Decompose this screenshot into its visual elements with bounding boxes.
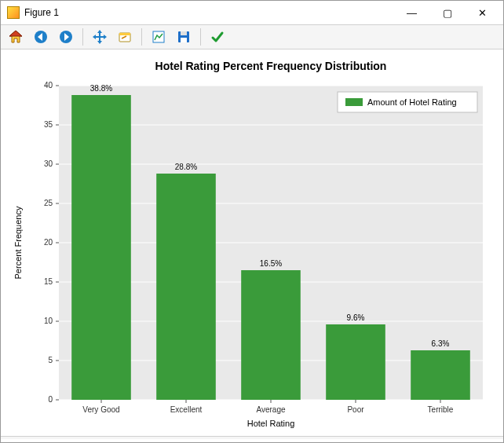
bar-value-label: 6.3%	[432, 339, 450, 348]
toolbar-divider	[141, 28, 142, 46]
zoom-button[interactable]	[115, 27, 135, 47]
arrow-left-icon	[33, 29, 49, 45]
chart-title: Hotel Rating Percent Frequency Distribut…	[155, 60, 387, 72]
svg-rect-16	[181, 31, 187, 35]
subplots-button[interactable]	[148, 27, 169, 47]
y-tick-label: 15	[44, 277, 53, 286]
svg-marker-1	[9, 31, 22, 36]
window-buttons: — ▢ ✕	[394, 2, 500, 24]
bar-value-label: 16.5%	[260, 259, 282, 268]
close-icon: ✕	[478, 7, 487, 19]
minimize-button[interactable]: —	[394, 2, 429, 24]
bar-value-label: 38.8%	[90, 84, 112, 93]
bar	[411, 350, 470, 400]
figure-canvas[interactable]: 051015202530354038.8%Very Good28.8%Excel…	[1, 49, 503, 439]
y-tick-label: 5	[48, 356, 53, 364]
x-tick-label: Very Good	[82, 405, 119, 414]
zoom-icon	[117, 29, 133, 45]
back-button[interactable]	[31, 27, 51, 47]
save-button[interactable]	[173, 27, 194, 47]
app-icon	[7, 6, 20, 19]
forward-button[interactable]	[56, 27, 76, 47]
legend-label: Amount of Hotel Rating	[367, 97, 457, 107]
maximize-button[interactable]: ▢	[429, 2, 465, 24]
chart: 051015202530354038.8%Very Good28.8%Excel…	[1, 49, 503, 436]
y-axis-label: Percent Frequency	[13, 206, 23, 279]
x-tick-label: Excellent	[170, 405, 203, 414]
toolbar-divider	[200, 28, 201, 46]
close-button[interactable]: ✕	[465, 2, 500, 24]
toolbar	[1, 24, 503, 49]
y-tick-label: 20	[44, 238, 53, 247]
window-title: Figure 1	[24, 7, 394, 18]
y-tick-label: 10	[44, 317, 53, 325]
bar-value-label: 28.8%	[175, 163, 197, 171]
bar-value-label: 9.6%	[347, 313, 365, 322]
x-axis-label: Hotel Rating	[247, 419, 295, 428]
minimize-icon: —	[407, 7, 417, 19]
check-icon	[210, 29, 225, 45]
svg-rect-17	[181, 38, 187, 42]
y-tick-label: 0	[48, 395, 53, 404]
subplots-icon	[151, 29, 166, 45]
y-tick-label: 35	[44, 120, 53, 129]
home-icon	[8, 29, 24, 45]
legend-swatch	[345, 98, 363, 106]
y-tick-label: 25	[44, 199, 53, 207]
svg-rect-11	[95, 36, 104, 38]
arrow-right-icon	[58, 29, 74, 45]
x-tick-label: Average	[256, 405, 286, 414]
edit-button[interactable]	[207, 27, 228, 47]
bar	[241, 270, 301, 400]
bar	[326, 324, 385, 400]
move-icon	[92, 29, 108, 45]
bar	[156, 174, 216, 400]
bar	[71, 95, 131, 400]
titlebar: Figure 1 — ▢ ✕	[1, 1, 503, 24]
y-tick-label: 40	[44, 81, 53, 90]
pan-button[interactable]	[89, 27, 110, 47]
save-icon	[176, 29, 192, 45]
y-tick-label: 30	[44, 159, 53, 168]
status-bar	[1, 436, 503, 439]
toolbar-divider	[82, 28, 83, 46]
maximize-icon: ▢	[443, 7, 452, 19]
x-tick-label: Poor	[347, 405, 364, 414]
x-tick-label: Terrible	[428, 405, 454, 414]
svg-rect-13	[119, 33, 130, 35]
home-button[interactable]	[5, 27, 26, 47]
